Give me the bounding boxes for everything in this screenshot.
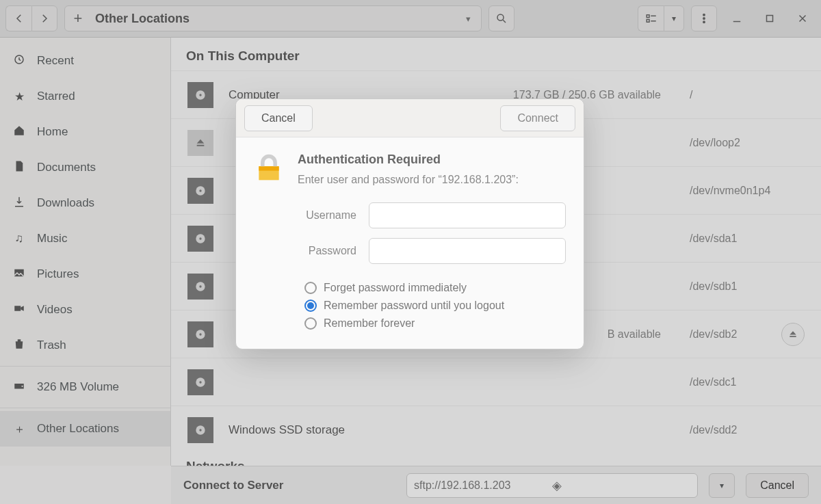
radio-forget[interactable]: Forget password immediately [304,282,566,294]
remember-options: Forget password immediately Remember pas… [304,282,566,330]
lock-icon [254,152,284,183]
username-label: Username [254,209,356,222]
auth-dialog: Cancel Connect Authentication Required E… [235,98,584,349]
radio-forever[interactable]: Remember forever [304,317,566,330]
username-field-row: Username [254,202,566,228]
radio-until-logout[interactable]: Remember password until you logout [304,300,566,312]
password-field-row: Password [254,238,566,264]
dialog-title: Authentication Required [298,152,519,167]
radio-icon [304,300,317,312]
dialog-subtitle: Enter user and password for “192.168.1.2… [298,174,519,186]
radio-icon [304,282,317,294]
radio-label: Remember forever [324,317,415,330]
dialog-cancel-button[interactable]: Cancel [244,105,313,131]
radio-label: Forget password immediately [324,282,467,294]
dialog-connect-button[interactable]: Connect [500,105,575,131]
password-label: Password [254,245,356,257]
svg-rect-27 [259,166,278,170]
radio-icon [304,317,317,330]
password-input[interactable] [369,238,566,264]
username-input[interactable] [369,202,566,228]
radio-label: Remember password until you logout [324,300,504,312]
dialog-header: Cancel Connect [236,99,584,137]
